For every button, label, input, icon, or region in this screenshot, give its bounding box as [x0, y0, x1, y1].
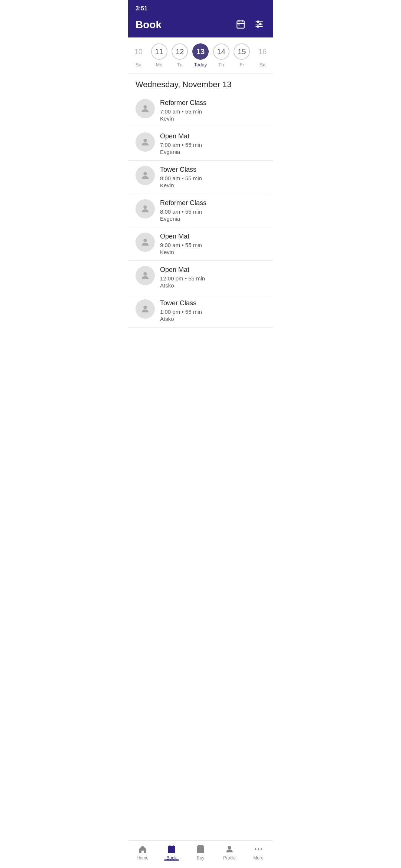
class-name: Reformer Class	[160, 99, 265, 107]
class-instructor: Evgenia	[160, 149, 265, 155]
class-name: Reformer Class	[160, 199, 265, 207]
content-scroll: Wednesday, November 13 Reformer Class 7:…	[128, 74, 273, 357]
class-info: Tower Class 8:00 am • 55 min Kevin	[160, 166, 265, 188]
day-number-11: 11	[151, 43, 167, 60]
header: Book	[128, 15, 273, 37]
svg-point-15	[143, 239, 147, 242]
day-label-fri: Fr	[239, 62, 244, 68]
class-instructor: Kevin	[160, 115, 265, 122]
class-info: Open Mat 9:00 am • 55 min Kevin	[160, 233, 265, 255]
filter-icon	[254, 19, 264, 29]
day-label-tue: Tu	[177, 62, 183, 68]
day-label-sat: Sa	[260, 62, 265, 68]
avatar	[136, 99, 155, 118]
day-number-14: 14	[213, 43, 229, 60]
day-item-fri[interactable]: 15 Fr	[232, 43, 251, 68]
calendar-strip: 10 Su 11 Mo 12 Tu 13 Today 14 Th 15 Fr 1…	[128, 37, 273, 74]
list-item[interactable]: Reformer Class 7:00 am • 55 min Kevin	[128, 94, 273, 127]
svg-point-12	[143, 139, 147, 142]
header-actions	[234, 18, 265, 32]
person-icon	[140, 170, 150, 181]
day-item-thu[interactable]: 14 Th	[212, 43, 231, 68]
filter-icon-button[interactable]	[253, 18, 265, 32]
avatar	[136, 132, 155, 152]
avatar	[136, 233, 155, 252]
class-name: Open Mat	[160, 132, 265, 140]
svg-point-14	[143, 206, 147, 209]
person-icon	[140, 237, 150, 247]
day-item-tue[interactable]: 12 Tu	[170, 43, 189, 68]
class-instructor: Atsko	[160, 282, 265, 289]
class-time: 9:00 am • 55 min	[160, 242, 265, 248]
class-instructor: Atsko	[160, 316, 265, 322]
day-number-12: 12	[172, 43, 188, 60]
class-name: Open Mat	[160, 266, 265, 274]
class-instructor: Kevin	[160, 249, 265, 255]
status-bar: 3:51	[128, 0, 273, 15]
class-list: Reformer Class 7:00 am • 55 min Kevin Op…	[128, 94, 273, 328]
class-info: Reformer Class 7:00 am • 55 min Kevin	[160, 99, 265, 122]
person-icon	[140, 204, 150, 214]
class-time: 7:00 am • 55 min	[160, 108, 265, 115]
svg-point-8	[257, 21, 259, 22]
class-time: 7:00 am • 55 min	[160, 142, 265, 148]
class-time: 8:00 am • 55 min	[160, 175, 265, 181]
day-label-today: Today	[194, 62, 207, 68]
avatar	[136, 199, 155, 218]
list-item[interactable]: Open Mat 9:00 am • 55 min Kevin	[128, 227, 273, 261]
class-time: 8:00 am • 55 min	[160, 208, 265, 215]
avatar	[136, 299, 155, 319]
person-icon	[140, 270, 150, 281]
svg-point-16	[143, 272, 147, 276]
svg-point-10	[257, 26, 259, 27]
day-number-16: 16	[254, 43, 271, 60]
status-time: 3:51	[136, 5, 147, 12]
class-info: Open Mat 12:00 pm • 55 min Atsko	[160, 266, 265, 289]
class-instructor: Evgenia	[160, 216, 265, 222]
svg-point-17	[143, 306, 147, 309]
svg-point-9	[260, 23, 261, 25]
day-item-sat[interactable]: 16 Sa	[253, 43, 272, 68]
class-info: Open Mat 7:00 am • 55 min Evgenia	[160, 132, 265, 155]
date-heading: Wednesday, November 13	[128, 74, 273, 94]
list-item[interactable]: Tower Class 1:00 pm • 55 min Atsko	[128, 294, 273, 328]
day-number-13: 13	[192, 43, 209, 60]
class-info: Tower Class 1:00 pm • 55 min Atsko	[160, 299, 265, 322]
class-name: Tower Class	[160, 166, 265, 174]
avatar	[136, 166, 155, 185]
class-info: Reformer Class 8:00 am • 55 min Evgenia	[160, 199, 265, 222]
svg-point-13	[143, 172, 147, 175]
class-instructor: Kevin	[160, 182, 265, 188]
day-label-thu: Th	[218, 62, 224, 68]
class-name: Open Mat	[160, 233, 265, 240]
day-item-today[interactable]: 13 Today	[191, 43, 210, 68]
class-name: Tower Class	[160, 299, 265, 307]
class-time: 12:00 pm • 55 min	[160, 275, 265, 282]
svg-point-11	[143, 105, 147, 109]
day-label-sun: Su	[136, 62, 141, 68]
calendar-icon	[236, 19, 245, 29]
page-title: Book	[136, 19, 162, 31]
list-item[interactable]: Reformer Class 8:00 am • 55 min Evgenia	[128, 194, 273, 227]
calendar-icon-button[interactable]	[234, 18, 247, 32]
svg-rect-0	[237, 21, 244, 28]
list-item[interactable]: Open Mat 7:00 am • 55 min Evgenia	[128, 127, 273, 161]
person-icon	[140, 103, 150, 114]
list-item[interactable]: Tower Class 8:00 am • 55 min Kevin	[128, 161, 273, 194]
class-time: 1:00 pm • 55 min	[160, 309, 265, 315]
day-item-mon[interactable]: 11 Mo	[150, 43, 169, 68]
day-number-10: 10	[130, 43, 147, 60]
avatar	[136, 266, 155, 285]
day-number-15: 15	[234, 43, 250, 60]
person-icon	[140, 137, 150, 147]
person-icon	[140, 304, 150, 314]
list-item[interactable]: Open Mat 12:00 pm • 55 min Atsko	[128, 261, 273, 294]
day-item-sun[interactable]: 10 Su	[129, 43, 148, 68]
day-label-mon: Mo	[156, 62, 163, 68]
